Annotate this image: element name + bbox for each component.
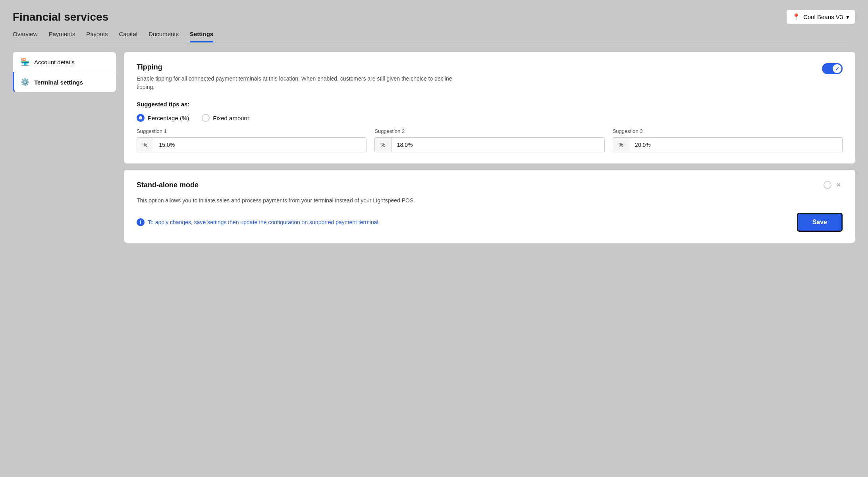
tipping-card-header: Tipping Enable tipping for all connected…: [137, 63, 843, 91]
radio-option-percentage[interactable]: Percentage (%): [137, 114, 189, 122]
standalone-card-footer: i To apply changes, save settings then u…: [137, 213, 843, 232]
suggestion-2-label: Suggestion 2: [374, 128, 604, 134]
standalone-card: Stand-alone mode ✕ This option allows yo…: [124, 170, 855, 243]
chevron-down-icon: ▾: [846, 13, 849, 21]
suggestion-2-input[interactable]: [392, 138, 604, 152]
tab-settings[interactable]: Settings: [190, 31, 213, 42]
suggestion-3: Suggestion 3 %: [613, 128, 843, 152]
toggle-track: [822, 63, 843, 74]
suggestion-3-prefix: %: [613, 138, 629, 152]
suggestions-grid: Suggestion 1 % Suggestion 2 %: [137, 128, 843, 152]
tab-documents[interactable]: Documents: [149, 31, 179, 42]
tipping-description: Enable tipping for all connected payment…: [137, 75, 462, 91]
sidebar: 🏪 Account details ⚙️ Terminal settings: [13, 52, 116, 243]
page-header: Financial services 📍 Cool Beans V3 ▾: [13, 10, 855, 24]
tab-payouts[interactable]: Payouts: [86, 31, 108, 42]
standalone-info: Stand-alone mode: [137, 181, 199, 192]
nav-tabs: Overview Payments Payouts Capital Docume…: [13, 31, 855, 42]
sidebar-item-account-details-label: Account details: [34, 59, 75, 65]
suggestion-3-input[interactable]: [629, 138, 842, 152]
radio-circle-percentage: [137, 114, 145, 122]
sidebar-item-account-details[interactable]: 🏪 Account details: [13, 52, 116, 72]
tip-type-radio-group: Percentage (%) Fixed amount: [137, 114, 843, 122]
tab-overview[interactable]: Overview: [13, 31, 38, 42]
main-content: Tipping Enable tipping for all connected…: [124, 52, 855, 243]
suggested-tips-section: Suggested tips as: Percentage (%) Fixed …: [137, 101, 843, 152]
suggested-tips-label: Suggested tips as:: [137, 101, 843, 108]
suggestion-1: Suggestion 1 %: [137, 128, 366, 152]
location-pin-icon: 📍: [792, 13, 800, 21]
info-icon: i: [137, 218, 145, 226]
tab-capital[interactable]: Capital: [119, 31, 137, 42]
standalone-toggle-group: ✕: [824, 181, 843, 189]
info-link[interactable]: i To apply changes, save settings then u…: [137, 218, 380, 226]
radio-label-percentage: Percentage (%): [148, 115, 189, 121]
tipping-title: Tipping: [137, 63, 462, 71]
standalone-header: Stand-alone mode ✕: [137, 181, 843, 192]
suggestion-1-prefix: %: [137, 138, 153, 152]
tipping-card: Tipping Enable tipping for all connected…: [124, 52, 855, 163]
tab-payments[interactable]: Payments: [49, 31, 75, 42]
radio-option-fixed[interactable]: Fixed amount: [202, 114, 249, 122]
save-button[interactable]: Save: [797, 213, 843, 232]
location-name: Cool Beans V3: [803, 13, 843, 20]
content-layout: 🏪 Account details ⚙️ Terminal settings T…: [13, 52, 855, 243]
suggestion-3-input-wrapper: %: [613, 137, 843, 152]
suggestion-1-input-wrapper: %: [137, 137, 366, 152]
location-selector[interactable]: 📍 Cool Beans V3 ▾: [786, 10, 855, 24]
page-title: Financial services: [13, 11, 108, 23]
standalone-description: This option allows you to initiate sales…: [137, 196, 462, 205]
store-icon: 🏪: [21, 58, 29, 66]
suggestion-1-input[interactable]: [153, 138, 366, 152]
suggestion-2-input-wrapper: %: [374, 137, 604, 152]
standalone-title: Stand-alone mode: [137, 181, 199, 189]
radio-label-fixed: Fixed amount: [213, 115, 249, 121]
standalone-close-icon[interactable]: ✕: [835, 181, 843, 189]
suggestion-2-prefix: %: [375, 138, 391, 152]
standalone-radio[interactable]: [824, 181, 831, 189]
gear-icon: ⚙️: [21, 78, 29, 87]
sidebar-item-terminal-settings[interactable]: ⚙️ Terminal settings: [13, 72, 116, 92]
toggle-thumb: [833, 64, 841, 73]
suggestion-3-label: Suggestion 3: [613, 128, 843, 134]
radio-circle-fixed: [202, 114, 210, 122]
info-text: To apply changes, save settings then upd…: [148, 219, 380, 225]
suggestion-1-label: Suggestion 1: [137, 128, 366, 134]
suggestion-2: Suggestion 2 %: [374, 128, 604, 152]
tipping-info: Tipping Enable tipping for all connected…: [137, 63, 462, 91]
sidebar-item-terminal-settings-label: Terminal settings: [34, 79, 83, 86]
tipping-toggle[interactable]: [822, 63, 843, 74]
